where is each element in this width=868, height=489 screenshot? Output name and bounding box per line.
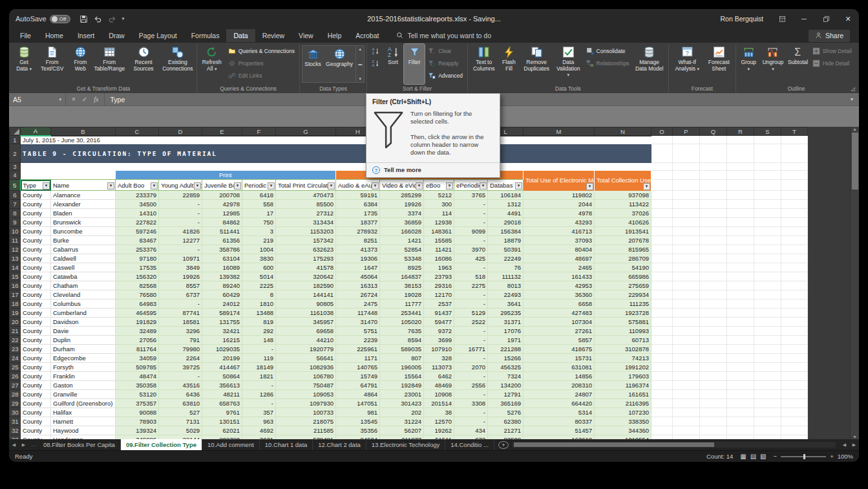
empty-cell[interactable]	[673, 191, 700, 200]
data-cell[interactable]: 1010554	[595, 435, 651, 440]
empty-cell[interactable]	[727, 218, 754, 227]
row-header-25[interactable]: 25	[10, 363, 21, 372]
data-cell[interactable]: 59477	[424, 318, 454, 327]
data-cell[interactable]: 6436	[159, 390, 202, 399]
empty-cell[interactable]	[700, 180, 727, 191]
sheet-tab-12-chart-2-data[interactable]: 12.Chart 2 data	[313, 439, 366, 450]
column-header-G[interactable]: G	[276, 127, 336, 136]
empty-cell[interactable]	[700, 236, 727, 245]
data-cell[interactable]: 22859	[159, 191, 202, 200]
data-cell[interactable]: 2475	[336, 299, 380, 309]
empty-cell[interactable]	[727, 327, 754, 336]
data-cell[interactable]: 41373	[336, 245, 380, 254]
data-cell[interactable]: 19028	[380, 290, 424, 299]
empty-cell[interactable]	[727, 354, 754, 363]
data-cell[interactable]: 161433	[524, 272, 595, 281]
empty-cell[interactable]	[700, 263, 727, 272]
empty-cell[interactable]	[727, 336, 754, 345]
field-header-adult-boo[interactable]: Adult Boo▼	[116, 180, 159, 191]
data-cell[interactable]: 32421	[202, 327, 242, 336]
data-cell[interactable]: -	[454, 372, 488, 381]
empty-cell[interactable]	[651, 180, 673, 191]
empty-cell[interactable]	[700, 354, 727, 363]
empty-cell[interactable]	[651, 171, 673, 180]
data-cell[interactable]: 208310	[524, 381, 595, 390]
data-cell[interactable]: 365169	[488, 399, 524, 408]
data-cell[interactable]: 23001	[380, 390, 424, 399]
data-cell[interactable]: 16313	[336, 281, 380, 290]
empty-cell[interactable]	[727, 191, 754, 200]
data-cell[interactable]: 981	[336, 408, 380, 417]
data-cell[interactable]: -	[454, 290, 488, 299]
data-cell[interactable]: 575881	[595, 318, 651, 327]
data-cell[interactable]: 664420	[524, 399, 595, 408]
empty-cell[interactable]	[781, 435, 808, 440]
empty-cell[interactable]	[781, 336, 808, 345]
data-cell[interactable]: 148361	[424, 227, 454, 236]
share-button[interactable]: Share	[809, 30, 850, 42]
data-cell[interactable]: 15585	[424, 236, 454, 245]
data-cell[interactable]: -	[159, 209, 202, 218]
cell-name[interactable]: Columbus	[51, 299, 116, 309]
data-cell[interactable]: 87741	[159, 309, 202, 318]
select-all-button[interactable]	[10, 127, 21, 136]
empty-cell[interactable]	[651, 144, 673, 163]
empty-cell[interactable]	[700, 245, 727, 254]
data-cell[interactable]: 11777	[380, 299, 424, 309]
empty-cell[interactable]	[673, 408, 700, 417]
cell-type[interactable]: County	[21, 191, 51, 200]
column-header-F[interactable]: F	[242, 127, 276, 136]
empty-cell[interactable]	[673, 171, 700, 180]
sheet-tab-10-chart-1-data[interactable]: 10.Chart 1 data	[260, 439, 313, 450]
data-cell[interactable]: 320642	[276, 272, 336, 281]
row-header-27[interactable]: 27	[10, 381, 21, 390]
empty-cell[interactable]	[651, 390, 673, 399]
data-cell[interactable]: 1923728	[595, 309, 651, 318]
empty-cell[interactable]	[651, 363, 673, 372]
data-cell[interactable]: 233379	[116, 191, 159, 200]
data-cell[interactable]: 50864	[202, 372, 242, 381]
ribbon-tab-file[interactable]: File	[13, 29, 38, 42]
data-cell[interactable]: 511441	[202, 227, 242, 236]
data-cell[interactable]: 3102878	[595, 345, 651, 354]
row-header-16[interactable]: 16	[10, 281, 21, 290]
empty-cell[interactable]	[673, 227, 700, 236]
data-cell[interactable]: 295235	[488, 309, 524, 318]
data-cell[interactable]: 4864	[336, 390, 380, 399]
cell-name[interactable]: Cabarrus	[51, 245, 116, 254]
filter-dropdown-icon[interactable]: ▼	[515, 182, 522, 190]
data-cell[interactable]: 1913541	[595, 227, 651, 236]
cell-type[interactable]: County	[21, 236, 51, 245]
ribbon-button-text-to-columns[interactable]: Text to Columns	[470, 44, 498, 84]
data-cell[interactable]: 2116395	[595, 399, 651, 408]
zoom-slider[interactable]	[781, 456, 826, 457]
data-cell[interactable]: 1153203	[276, 227, 336, 236]
data-cell[interactable]: 7324	[488, 372, 524, 381]
empty-cell[interactable]	[754, 272, 781, 281]
cell-type[interactable]: County	[21, 263, 51, 272]
data-cell[interactable]: 375357	[116, 399, 159, 408]
data-cell[interactable]: 292	[242, 327, 276, 336]
data-cell[interactable]: 60713	[595, 336, 651, 345]
empty-cell[interactable]	[700, 327, 727, 336]
filter-dropdown-icon[interactable]: ▼	[643, 183, 650, 190]
data-cell[interactable]: 27261	[524, 327, 595, 336]
empty-cell[interactable]	[673, 372, 700, 381]
empty-cell[interactable]	[673, 345, 700, 354]
cell-name[interactable]: Brunswick	[51, 218, 116, 227]
empty-cell[interactable]	[754, 281, 781, 290]
data-cell[interactable]: 286709	[595, 254, 651, 263]
data-cell[interactable]: 113422	[595, 200, 651, 209]
data-cell[interactable]: 5857	[524, 336, 595, 345]
row-header-10[interactable]: 10	[10, 227, 21, 236]
empty-cell[interactable]	[781, 390, 808, 399]
empty-cell[interactable]	[727, 144, 754, 163]
data-cell[interactable]: -	[454, 417, 488, 426]
data-cell[interactable]: 338350	[595, 417, 651, 426]
empty-cell[interactable]	[727, 417, 754, 426]
field-header-type[interactable]: Type▼	[21, 180, 51, 191]
data-cell[interactable]: 19262	[424, 426, 454, 435]
empty-cell[interactable]	[727, 163, 754, 171]
empty-cell[interactable]	[781, 281, 808, 290]
data-cell[interactable]: 119802	[524, 191, 595, 200]
